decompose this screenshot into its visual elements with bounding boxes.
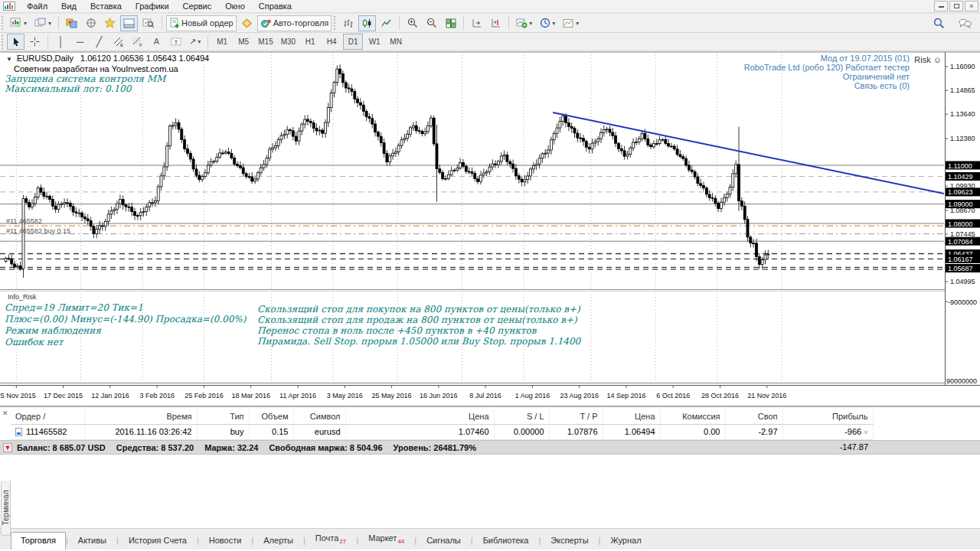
timeframe-d1-button[interactable]: D1 xyxy=(343,34,363,50)
terminal-tab-4[interactable]: Алерты xyxy=(253,532,303,549)
collapse-arrow-icon[interactable]: ▼ xyxy=(6,56,12,63)
menu-item-6[interactable]: Справка xyxy=(252,1,299,11)
vertical-line-button[interactable]: │ xyxy=(52,34,70,50)
svg-text:1 Aug 2016: 1 Aug 2016 xyxy=(515,392,550,399)
market-watch-button[interactable] xyxy=(63,15,80,31)
cursor-button[interactable] xyxy=(7,34,24,50)
risk-smiley-label: Risk ☺ xyxy=(914,55,942,64)
column-header-5[interactable]: Цена xyxy=(345,409,494,424)
terminal-tab-2[interactable]: История Счета xyxy=(119,532,197,549)
candlestick-button[interactable] xyxy=(358,15,376,31)
timeframe-m30-button[interactable]: M30 xyxy=(278,34,299,50)
mode-line: Режим наблюдения xyxy=(5,325,246,337)
balance-arrow-icon: ▼ xyxy=(3,443,12,452)
auto-scroll-button[interactable] xyxy=(468,15,485,31)
close-position-icon[interactable]: × xyxy=(864,429,867,436)
svg-text:90000000: 90000000 xyxy=(946,377,977,385)
new-order-button[interactable]: Новый ордер xyxy=(166,15,237,31)
svg-text:1.16090: 1.16090 xyxy=(950,63,975,70)
bar-chart-button[interactable] xyxy=(339,15,357,31)
advisor-credit-line: Советник разработан на YouInvest.com.ua xyxy=(14,64,178,73)
timeframe-w1-button[interactable]: W1 xyxy=(364,34,384,50)
terminal-tab-3[interactable]: Новости xyxy=(199,532,252,549)
column-header-3[interactable]: Объем xyxy=(249,409,293,424)
data-window-button[interactable] xyxy=(82,15,100,31)
trendline-button[interactable]: ╱ xyxy=(90,34,108,50)
order-row[interactable]: 1114655822016.11.16 03:26:42buy0.15eurus… xyxy=(11,424,873,439)
toolbar-grip[interactable] xyxy=(2,35,5,49)
menu-item-2[interactable]: Вставка xyxy=(83,1,129,11)
column-header-0[interactable]: Ордер / xyxy=(11,409,84,424)
timeframe-h1-button[interactable]: H1 xyxy=(300,34,320,50)
timeframe-m1-button[interactable]: M1 xyxy=(212,34,232,50)
terminal-tab-1[interactable]: Активы xyxy=(68,532,116,549)
timeframe-mn-button[interactable]: MN xyxy=(386,34,406,50)
navigator-button[interactable] xyxy=(101,15,119,31)
menu-item-0[interactable]: Файл xyxy=(20,1,54,11)
channel-button[interactable]: E xyxy=(109,34,127,50)
arrows-button[interactable]: ↗▾ xyxy=(186,34,204,50)
trailing-buy-line: Скользящий стоп для покупок на 800 пункт… xyxy=(257,304,580,315)
chart-shift-button[interactable] xyxy=(487,15,505,31)
order-cell-5: 1.07460 xyxy=(345,424,494,439)
timeframe-h4-button[interactable]: H4 xyxy=(322,34,341,50)
column-header-8[interactable]: Цена xyxy=(603,409,660,424)
zoom-out-button[interactable] xyxy=(423,15,440,31)
terminal-close-button[interactable]: ✕ xyxy=(2,409,8,417)
profiles-button[interactable]: ▾ xyxy=(31,15,54,31)
strategy-tester-button[interactable] xyxy=(139,15,158,31)
close-button[interactable]: × xyxy=(965,1,978,11)
column-header-6[interactable]: S / L xyxy=(494,409,549,424)
crosshair-button[interactable] xyxy=(26,34,44,50)
terminal-tab-10[interactable]: Журнал xyxy=(600,532,651,549)
timeframe-m15-button[interactable]: M15 xyxy=(255,34,276,50)
errors-line: Ошибок нет xyxy=(5,337,246,348)
indicators-button[interactable]: ▾ xyxy=(513,15,535,31)
terminal-toggle-button[interactable] xyxy=(120,15,138,31)
autotrading-button[interactable]: Авто-торговля xyxy=(257,15,332,31)
svg-text:1.09623: 1.09623 xyxy=(948,188,973,196)
terminal-tab-6[interactable]: Маркет44 xyxy=(358,530,414,549)
search-button[interactable] xyxy=(930,15,948,31)
column-header-2[interactable]: Тип xyxy=(197,409,249,424)
timeframe-m5-button[interactable]: M5 xyxy=(234,34,253,50)
column-header-7[interactable]: T / P xyxy=(549,409,603,424)
minimize-button[interactable] xyxy=(934,1,948,11)
terminal-tab-5[interactable]: Почта27 xyxy=(305,530,356,549)
toolbar-grip[interactable] xyxy=(2,16,5,30)
svg-text:1.07445: 1.07445 xyxy=(950,230,975,238)
menu-item-5[interactable]: Окно xyxy=(218,1,252,11)
chat-button[interactable] xyxy=(956,15,975,31)
tile-windows-button[interactable] xyxy=(442,15,459,31)
metaeditor-button[interactable] xyxy=(238,15,256,31)
terminal-tab-7[interactable]: Сигналы xyxy=(416,532,471,549)
terminal-tab-9[interactable]: Эксперты xyxy=(541,532,598,549)
terminal-side-tab[interactable]: Терминал xyxy=(1,481,11,536)
zoom-in-button[interactable] xyxy=(403,15,421,31)
terminal-tab-8[interactable]: Библиотека xyxy=(473,532,539,549)
column-header-1[interactable]: Время xyxy=(84,409,197,424)
toolbar-grip[interactable] xyxy=(334,16,337,30)
chart-shift-icon xyxy=(491,18,501,28)
horizontal-line-button[interactable]: ─ xyxy=(71,34,89,50)
menu-item-4[interactable]: Сервис xyxy=(176,1,219,11)
new-chart-button[interactable]: ▾ xyxy=(7,15,30,31)
order-cell-6: 0.00000 xyxy=(494,424,549,439)
text-label-button[interactable]: T xyxy=(167,34,185,50)
line-chart-button[interactable] xyxy=(377,15,395,31)
menu-item-3[interactable]: Графики xyxy=(129,1,176,11)
menu-item-1[interactable]: Вид xyxy=(54,1,83,11)
price-chart[interactable]: 1.160901.148651.136401.123801.099301.086… xyxy=(0,51,980,406)
column-header-10[interactable]: Своп xyxy=(725,409,782,424)
periods-button[interactable]: ▾ xyxy=(537,15,558,31)
order-cell-4: eurusd xyxy=(293,424,345,439)
bar-chart-icon xyxy=(343,18,353,28)
restore-button[interactable] xyxy=(949,1,963,11)
terminal-tab-0[interactable]: Торговля xyxy=(11,532,66,549)
templates-button[interactable]: ▾ xyxy=(560,15,582,31)
column-header-9[interactable]: Комиссия xyxy=(660,409,725,424)
column-header-11[interactable]: Прибыль xyxy=(782,409,873,424)
column-header-4[interactable]: Символ xyxy=(293,409,345,424)
text-button[interactable]: A xyxy=(148,34,165,50)
fibonacci-button[interactable]: F xyxy=(129,34,146,50)
